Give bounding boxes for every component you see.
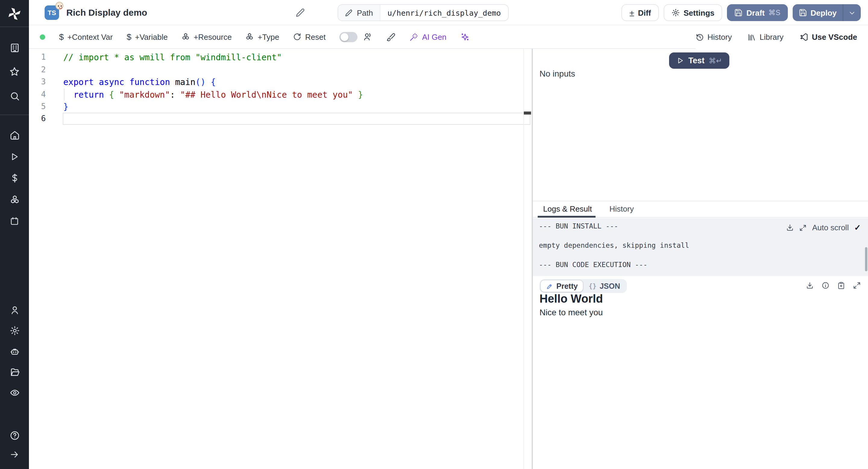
sidebar-item-workers[interactable] [0,347,29,357]
multiplayer-users-icon[interactable] [363,32,373,41]
paintbrush-icon [386,32,396,41]
add-resource-label: +Resource [193,32,231,41]
save-icon [735,8,743,17]
page-title: Rich Display demo [66,0,147,25]
download-logs-icon[interactable] [786,224,794,231]
code-token: return [73,90,104,99]
code-editor[interactable]: 1 2 3 4 5 6 // import * as wmill from "w… [29,49,532,469]
sidebar-item-search[interactable] [0,91,29,101]
history-button[interactable]: History [695,33,732,41]
add-context-var-button[interactable]: $ +Context Var [59,32,113,41]
diff-button[interactable]: ± Diff [621,4,659,21]
sidebar-item-help[interactable] [0,430,29,441]
sidebar-item-schedules[interactable] [0,216,29,226]
toggle-knob [341,33,348,41]
info-icon[interactable] [822,282,830,289]
use-vscode-button[interactable]: Use VScode [799,33,857,41]
ai-gen-label: AI Gen [422,32,446,41]
package-icon [181,33,190,41]
deploy-dropdown-button[interactable] [843,4,861,21]
panel-divider[interactable] [532,49,532,469]
tab-bar: Logs & Result History [533,201,868,218]
json-view-button[interactable]: {} JSON [583,280,626,292]
windmill-logo[interactable] [0,6,29,22]
sidebar-item-runs[interactable] [0,152,29,162]
left-sidebar [0,0,29,469]
line-number: 2 [29,64,46,76]
sidebar-expand-button[interactable] [0,450,29,459]
add-context-var-label: +Context Var [67,32,113,41]
auto-scroll-label: Auto scroll [812,223,849,232]
pretty-view-button[interactable]: Pretty [541,280,583,292]
sidebar-item-workspace[interactable] [0,43,29,53]
code-token [63,90,73,99]
download-result-icon[interactable] [806,282,814,289]
log-output[interactable]: --- BUN INSTALL --- empty dependencies, … [533,218,868,276]
auto-scroll-checkbox[interactable]: ✓ [854,223,861,232]
header-actions: ± Diff Settings Draft ⌘S Deploy [621,4,861,21]
deploy-label: Deploy [810,8,837,17]
add-variable-button[interactable]: $ +Variable [127,32,167,41]
diff-label: Diff [638,8,651,17]
expand-result-icon[interactable] [853,282,861,289]
vscode-icon [799,33,808,41]
ai-sparkles-button[interactable] [460,32,469,41]
line-number: 5 [29,101,46,113]
windmill-script-editor: TS Rich Display demo Path u/henri/rich_d… [0,0,868,469]
library-button[interactable]: Library [747,33,784,41]
multiplayer-toggle[interactable] [339,32,358,42]
header: TS Rich Display demo Path u/henri/rich_d… [29,0,868,25]
pretty-label: Pretty [556,282,578,290]
format-code-button[interactable] [386,32,396,41]
code-line: export async function main() { [63,76,216,88]
add-resource-button[interactable]: +Resource [181,32,231,41]
expand-logs-icon[interactable] [800,224,807,231]
sidebar-divider [0,27,29,27]
deploy-button-group: Deploy [792,4,861,21]
language-badge-label: TS [48,9,56,16]
logs-result-section: Logs & Result History --- BUN INSTALL --… [533,201,868,469]
edit-title-pencil-icon[interactable] [296,8,305,18]
result-heading: Hello World [539,292,603,306]
reset-button[interactable]: Reset [293,32,326,41]
braces-icon: {} [589,282,597,290]
sidebar-item-resources[interactable] [0,195,29,205]
tab-history[interactable]: History [610,201,634,217]
reset-label: Reset [305,32,326,41]
path-button[interactable]: Path u/henri/rich_display_demo [338,4,509,21]
sidebar-item-audit-logs[interactable] [0,387,29,398]
overview-ruler[interactable] [523,49,532,469]
tab-history-label: History [610,205,634,213]
code-line: // import * as wmill from "windmill-clie… [63,52,282,64]
language-badge-typescript[interactable]: TS [44,5,59,20]
code-line: return { "markdown": "## Hello World\nNi… [63,88,363,101]
log-line: empty dependencies, skipping install [539,241,689,250]
add-type-button[interactable]: +Type [246,32,279,41]
library-label: Library [760,33,784,41]
ai-gen-button[interactable]: AI Gen [409,32,446,41]
sidebar-item-settings[interactable] [0,325,29,336]
multiplayer-group [339,32,373,42]
scrollbar-thumb[interactable] [865,247,867,271]
sidebar-item-favorites[interactable] [0,66,29,77]
sidebar-item-home[interactable] [0,130,29,140]
tab-logs-result[interactable]: Logs & Result [543,201,592,217]
code-token: // import * as wmill from "windmill-clie… [63,53,282,62]
deploy-button[interactable]: Deploy [792,4,843,21]
draft-button[interactable]: Draft ⌘S [727,4,788,21]
pencil-icon [345,9,352,17]
use-vscode-label: Use VScode [812,33,857,41]
sidebar-item-variables[interactable] [0,173,29,183]
log-controls: Auto scroll ✓ [786,223,861,232]
settings-button[interactable]: Settings [664,4,722,21]
copy-clipboard-icon[interactable] [837,282,845,289]
bun-runtime-icon [56,2,63,10]
test-button[interactable]: Test ⌘↵ [669,53,730,69]
sidebar-item-folders[interactable] [0,367,29,377]
code-token: "markdown" [119,90,170,99]
dollar-icon: $ [127,32,131,41]
code-token [353,90,358,99]
toolbar-right: History Library Use VScode [695,25,868,49]
refresh-icon [293,33,301,41]
sidebar-item-users[interactable] [0,305,29,315]
